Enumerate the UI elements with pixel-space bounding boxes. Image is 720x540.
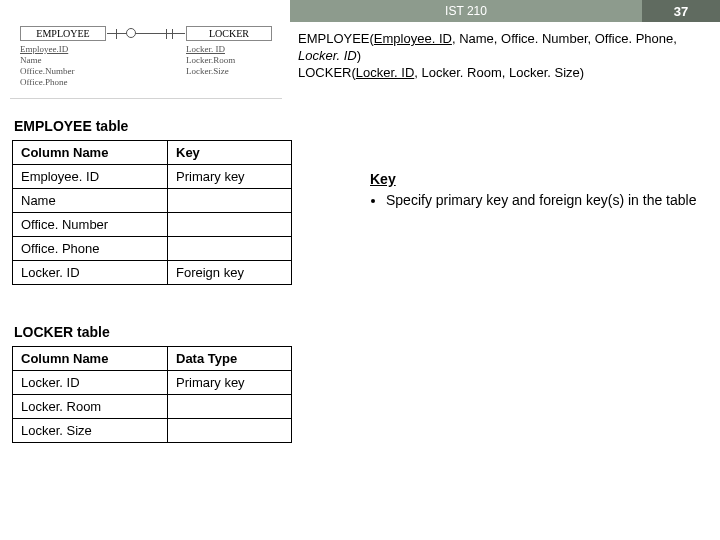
attr: Employee.ID: [20, 44, 75, 55]
entity-locker: LOCKER: [186, 26, 272, 41]
table-row: Locker. Room: [13, 395, 292, 419]
locker-table: Column Name Data Type Locker. IDPrimary …: [12, 346, 292, 443]
table-header-row: Column Name Data Type: [13, 347, 292, 371]
relational-schema-text: EMPLOYEE(Employee. ID, Name, Office. Num…: [298, 30, 708, 81]
employee-table-heading: EMPLOYEE table: [14, 118, 128, 134]
schema-line-locker: LOCKER(Locker. ID, Locker. Room, Locker.…: [298, 64, 708, 81]
table-row: Locker. Size: [13, 419, 292, 443]
attr: Locker.Size: [186, 66, 235, 77]
attr: Locker.Room: [186, 55, 235, 66]
slide-number: 37: [642, 0, 720, 22]
table-row: Name: [13, 189, 292, 213]
cell-key: [168, 419, 292, 443]
txt: , Name, Office. Number, Office. Phone,: [452, 31, 677, 46]
th-key: Key: [168, 141, 292, 165]
attr: Office.Number: [20, 66, 75, 77]
cell-key: [168, 213, 292, 237]
pk: Locker. ID: [356, 65, 415, 80]
cell-col: Employee. ID: [13, 165, 168, 189]
entity-employee: EMPLOYEE: [20, 26, 106, 41]
th-column-name: Column Name: [13, 347, 168, 371]
cardinality-tick: [172, 29, 173, 39]
table-header-row: Column Name Key: [13, 141, 292, 165]
pk: Employee. ID: [374, 31, 452, 46]
attr: Locker. ID: [186, 44, 235, 55]
employee-table: Column Name Key Employee. IDPrimary key …: [12, 140, 292, 285]
table-row: Office. Number: [13, 213, 292, 237]
locker-attrs: Locker. ID Locker.Room Locker.Size: [186, 44, 235, 77]
key-bullet: Specify primary key and foreign key(s) i…: [386, 191, 700, 210]
attr: Name: [20, 55, 75, 66]
cell-col: Locker. ID: [13, 261, 168, 285]
txt: EMPLOYEE(: [298, 31, 374, 46]
th-column-name: Column Name: [13, 141, 168, 165]
cell-key: [168, 237, 292, 261]
table-row: Employee. IDPrimary key: [13, 165, 292, 189]
schema-line-employee: EMPLOYEE(Employee. ID, Name, Office. Num…: [298, 30, 708, 64]
cardinality-tick: [116, 29, 117, 39]
er-diagram: EMPLOYEE LOCKER Employee.ID Name Office.…: [6, 26, 286, 102]
key-title: Key: [370, 171, 396, 187]
cell-col: Locker. Room: [13, 395, 168, 419]
divider: [10, 98, 282, 99]
attr: Office.Phone: [20, 77, 75, 88]
cell-key: Primary key: [168, 371, 292, 395]
key-explanation: Key Specify primary key and foreign key(…: [370, 170, 700, 210]
cell-key: Primary key: [168, 165, 292, 189]
fk: Locker. ID: [298, 48, 357, 63]
cell-col: Name: [13, 189, 168, 213]
cardinality-tick: [166, 29, 167, 39]
table-row: Locker. IDForeign key: [13, 261, 292, 285]
txt: ): [357, 48, 361, 63]
header-gap: [0, 0, 290, 22]
cell-col: Office. Number: [13, 213, 168, 237]
locker-table-heading: LOCKER table: [14, 324, 110, 340]
cell-col: Locker. ID: [13, 371, 168, 395]
cell-key: [168, 189, 292, 213]
course-label: IST 210: [290, 0, 642, 22]
cell-key: [168, 395, 292, 419]
slide-header: IST 210 37: [0, 0, 720, 22]
table-row: Office. Phone: [13, 237, 292, 261]
cell-col: Office. Phone: [13, 237, 168, 261]
relationship-line: [107, 33, 185, 34]
table-row: Locker. IDPrimary key: [13, 371, 292, 395]
cardinality-circle-icon: [126, 28, 136, 38]
th-datatype: Data Type: [168, 347, 292, 371]
cell-key: Foreign key: [168, 261, 292, 285]
employee-attrs: Employee.ID Name Office.Number Office.Ph…: [20, 44, 75, 88]
txt: , Locker. Room, Locker. Size): [414, 65, 584, 80]
cell-col: Locker. Size: [13, 419, 168, 443]
txt: LOCKER(: [298, 65, 356, 80]
